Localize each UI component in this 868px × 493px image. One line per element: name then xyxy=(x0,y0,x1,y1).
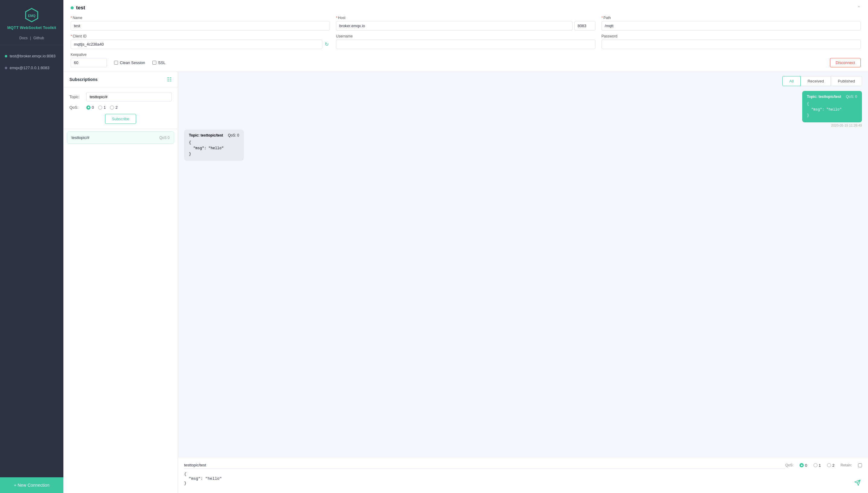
port-input[interactable] xyxy=(574,21,595,30)
connection-header: test ⌃ *Name *Host xyxy=(63,0,868,72)
keepalive-input[interactable] xyxy=(71,58,107,67)
qos-0-option[interactable]: 0 xyxy=(86,105,94,110)
message-body: { "msg": "hello" } xyxy=(189,140,239,157)
message-topic: Topic: testtopic/test xyxy=(189,133,223,137)
disconnect-button[interactable]: Disconnect xyxy=(830,58,861,67)
clean-session-checkbox[interactable]: Clean Session xyxy=(114,60,145,65)
publish-options: QoS: 0 1 2 Retain: xyxy=(785,463,862,468)
publish-qos-2-radio[interactable] xyxy=(827,463,831,467)
collapse-button[interactable]: ⌃ xyxy=(857,5,861,11)
subscriptions-panel: Subscriptions ☷ Topic: QoS: 0 xyxy=(63,72,178,493)
qos-row: QoS: 0 1 2 xyxy=(69,105,172,110)
checkboxes-row: Clean Session SSL xyxy=(114,55,165,65)
send-button[interactable] xyxy=(853,478,862,489)
github-link[interactable]: Github xyxy=(33,36,44,40)
message-sent: Topic: testtopic/test QoS: 0 { "msg": "h… xyxy=(802,91,862,127)
name-label: *Name xyxy=(71,16,330,20)
subscribe-button[interactable]: Subscribe xyxy=(105,114,136,124)
qos-1-option[interactable]: 1 xyxy=(98,105,106,110)
body-split: Subscriptions ☷ Topic: QoS: 0 xyxy=(63,72,868,493)
client-id-label: *Client ID xyxy=(71,34,330,38)
app-title: MQTT WebSocket Toolkit xyxy=(7,25,56,30)
svg-text:EMQ: EMQ xyxy=(28,14,36,18)
password-field: Password xyxy=(601,34,861,49)
path-label: *Path xyxy=(601,16,861,20)
tab-all[interactable]: All xyxy=(782,76,800,86)
message-topic-row: Topic: testtopic/test QoS: 0 xyxy=(807,94,857,99)
subscription-topic: testtopic/# xyxy=(71,135,89,140)
qos-options: 0 1 2 xyxy=(86,105,118,110)
tab-published[interactable]: Published xyxy=(831,76,862,86)
client-id-input[interactable] xyxy=(71,40,322,49)
path-field: *Path xyxy=(601,16,861,30)
client-id-row: ↻ xyxy=(71,40,330,49)
tab-received[interactable]: Received xyxy=(801,76,831,86)
subscription-qos: QoS 0 xyxy=(159,136,169,140)
sidebar-connection-label: emqx@127.0.0.1:8083 xyxy=(10,66,49,70)
qos-1-radio[interactable] xyxy=(98,105,102,110)
path-input[interactable] xyxy=(601,21,861,30)
filter-icon[interactable]: ☷ xyxy=(167,76,172,83)
publish-body-row: { "msg": "hello" } xyxy=(184,472,862,489)
qos-2-option[interactable]: 2 xyxy=(110,105,117,110)
main-content: test ⌃ *Name *Host xyxy=(63,0,868,493)
message-bubble-received: Topic: testtopic/test QoS: 0 { "msg": "h… xyxy=(184,130,244,161)
topic-input[interactable] xyxy=(86,92,172,102)
host-label: *Host xyxy=(336,16,595,20)
topic-row: Topic: xyxy=(69,92,172,102)
docs-link[interactable]: Docs xyxy=(19,36,27,40)
connection-title-row: test ⌃ xyxy=(71,5,861,11)
sidebar-item-test[interactable]: test@broker.emqx.io:8083 xyxy=(0,50,63,62)
subscriptions-header: Subscriptions ☷ xyxy=(63,72,178,87)
new-connection-button[interactable]: + New Connection xyxy=(0,477,63,493)
subscription-form: Topic: QoS: 0 1 xyxy=(63,87,178,129)
connection-name: test xyxy=(76,5,85,11)
message-qos: QoS: 0 xyxy=(846,94,857,99)
publish-qos-0[interactable]: 0 xyxy=(799,463,807,468)
client-id-field: *Client ID ↻ xyxy=(71,34,330,49)
ssl-checkbox[interactable]: SSL xyxy=(153,60,166,65)
message-qos: QoS: 0 xyxy=(228,133,239,137)
qos-2-radio[interactable] xyxy=(110,105,114,110)
publish-qos-2[interactable]: 2 xyxy=(827,463,835,468)
message-received: Topic: testtopic/test QoS: 0 { "msg": "h… xyxy=(184,130,244,161)
publish-topic-input[interactable] xyxy=(184,462,785,469)
publish-qos-1-radio[interactable] xyxy=(814,463,818,467)
connection-status-dot xyxy=(5,67,7,69)
publish-topic-row: QoS: 0 1 2 Retain: xyxy=(184,462,862,469)
keepalive-label: Keepalive xyxy=(71,52,107,57)
publish-qos-0-radio[interactable] xyxy=(799,463,804,467)
publish-retain-checkbox[interactable] xyxy=(858,464,862,467)
keepalive-field: Keepalive xyxy=(71,52,107,67)
messages-area: Topic: testtopic/test QoS: 0 { "msg": "h… xyxy=(178,86,868,457)
name-input[interactable] xyxy=(71,21,330,30)
keepalive-row: Keepalive Clean Session SSL Disconnect xyxy=(71,52,861,67)
password-label: Password xyxy=(601,34,861,38)
publish-retain-label: Retain: xyxy=(841,463,852,467)
host-input[interactable] xyxy=(336,21,572,30)
username-input[interactable] xyxy=(336,40,595,49)
refresh-client-id-icon[interactable]: ↻ xyxy=(323,41,330,47)
host-port-row xyxy=(336,21,595,30)
sidebar-item-emqx[interactable]: emqx@127.0.0.1:8083 xyxy=(0,62,63,74)
message-topic-row: Topic: testtopic/test QoS: 0 xyxy=(189,133,239,137)
sidebar: EMQ MQTT WebSocket Toolkit Docs | Github… xyxy=(0,0,63,493)
message-time: 2020-05-15 11:28:49 xyxy=(802,124,862,127)
subscriptions-title: Subscriptions xyxy=(69,77,97,82)
subscription-item[interactable]: testtopic/# QoS 0 xyxy=(67,131,174,144)
messages-panel: All Received Published Topic: testtopic/… xyxy=(178,72,868,493)
subscription-list: testtopic/# QoS 0 xyxy=(63,129,178,148)
sidebar-nav-links: Docs | Github xyxy=(0,34,63,45)
qos-label: QoS: xyxy=(69,105,84,110)
publish-qos-1[interactable]: 1 xyxy=(814,463,821,468)
sidebar-divider xyxy=(0,45,63,45)
publish-body-textarea[interactable]: { "msg": "hello" } xyxy=(184,472,850,489)
message-bubble-sent: Topic: testtopic/test QoS: 0 { "msg": "h… xyxy=(802,91,862,122)
password-input[interactable] xyxy=(601,40,861,49)
connection-active-dot xyxy=(71,6,74,9)
sidebar-logo: EMQ MQTT WebSocket Toolkit xyxy=(0,0,63,34)
qos-0-radio[interactable] xyxy=(86,105,91,110)
username-field: Username xyxy=(336,34,595,49)
message-body: { "msg": "hello" } xyxy=(807,101,857,119)
host-field: *Host xyxy=(336,16,595,30)
